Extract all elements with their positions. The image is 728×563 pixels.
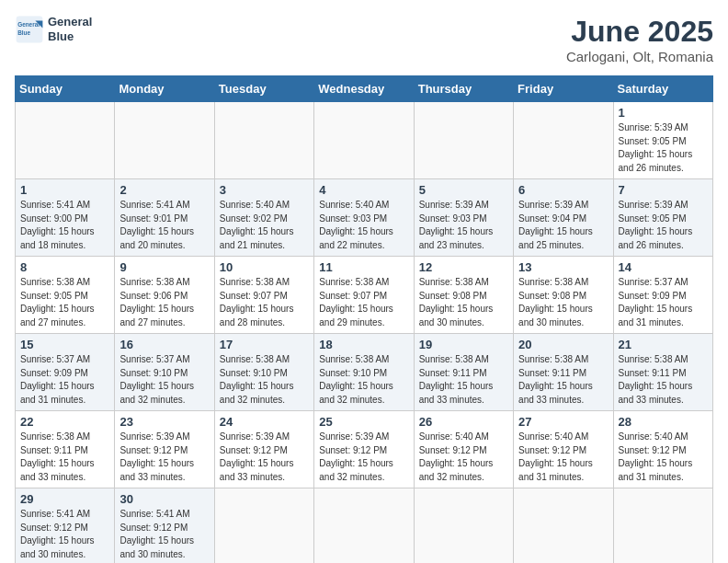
calendar-cell: 7Sunrise: 5:39 AM Sunset: 9:05 PM Daylig…	[613, 179, 712, 257]
day-detail: Sunrise: 5:38 AM Sunset: 9:07 PM Dayligh…	[319, 276, 408, 329]
calendar-cell: 14Sunrise: 5:37 AM Sunset: 9:09 PM Dayli…	[613, 257, 712, 334]
day-detail: Sunrise: 5:38 AM Sunset: 9:11 PM Dayligh…	[518, 353, 608, 407]
calendar-week-6: 29Sunrise: 5:41 AM Sunset: 9:12 PM Dayli…	[16, 488, 713, 564]
day-detail: Sunrise: 5:38 AM Sunset: 9:11 PM Dayligh…	[20, 431, 109, 484]
calendar-cell	[314, 102, 414, 179]
calendar-cell: 26Sunrise: 5:40 AM Sunset: 9:12 PM Dayli…	[414, 411, 513, 488]
calendar-cell: 24Sunrise: 5:39 AM Sunset: 9:12 PM Dayli…	[214, 411, 313, 488]
calendar-cell: 16Sunrise: 5:37 AM Sunset: 9:10 PM Dayli…	[115, 334, 214, 411]
day-detail: Sunrise: 5:39 AM Sunset: 9:05 PM Dayligh…	[619, 121, 708, 175]
calendar-cell: 27Sunrise: 5:40 AM Sunset: 9:12 PM Dayli…	[514, 411, 613, 488]
header-row: SundayMondayTuesdayWednesdayThursdayFrid…	[16, 76, 713, 102]
svg-text:General: General	[17, 21, 40, 28]
calendar-cell	[314, 488, 414, 564]
calendar-week-1: 1Sunrise: 5:39 AM Sunset: 9:05 PM Daylig…	[16, 102, 713, 179]
header-day-friday: Friday	[514, 76, 613, 102]
day-number: 18	[319, 338, 408, 351]
day-number: 4	[319, 183, 408, 197]
calendar-week-3: 8Sunrise: 5:38 AM Sunset: 9:05 PM Daylig…	[16, 257, 713, 334]
day-number: 30	[119, 492, 209, 506]
calendar-cell	[514, 488, 613, 564]
calendar-cell: 5Sunrise: 5:39 AM Sunset: 9:03 PM Daylig…	[414, 179, 513, 257]
header-day-sunday: Sunday	[16, 76, 115, 102]
day-number: 11	[319, 260, 408, 274]
header-day-monday: Monday	[115, 76, 214, 102]
calendar-cell: 12Sunrise: 5:38 AM Sunset: 9:08 PM Dayli…	[414, 257, 513, 334]
day-number: 23	[119, 415, 209, 429]
calendar-cell	[214, 488, 313, 564]
calendar-cell: 10Sunrise: 5:38 AM Sunset: 9:07 PM Dayli…	[214, 257, 313, 334]
calendar-cell: 2Sunrise: 5:41 AM Sunset: 9:01 PM Daylig…	[115, 179, 214, 257]
day-detail: Sunrise: 5:37 AM Sunset: 9:09 PM Dayligh…	[20, 353, 109, 407]
calendar-title: June 2025	[566, 15, 713, 49]
day-number: 21	[619, 338, 708, 351]
page-header: General Blue General Blue June 2025 Carl…	[15, 15, 713, 64]
day-number: 10	[220, 260, 309, 274]
day-detail: Sunrise: 5:40 AM Sunset: 9:12 PM Dayligh…	[619, 431, 708, 484]
day-number: 28	[619, 415, 708, 429]
day-detail: Sunrise: 5:39 AM Sunset: 9:03 PM Dayligh…	[419, 199, 508, 252]
calendar-subtitle: Carlogani, Olt, Romania	[566, 49, 713, 64]
calendar-cell: 21Sunrise: 5:38 AM Sunset: 9:11 PM Dayli…	[613, 334, 712, 411]
day-detail: Sunrise: 5:40 AM Sunset: 9:02 PM Dayligh…	[220, 199, 309, 252]
calendar-cell: 19Sunrise: 5:38 AM Sunset: 9:11 PM Dayli…	[414, 334, 513, 411]
calendar-cell: 30Sunrise: 5:41 AM Sunset: 9:12 PM Dayli…	[115, 488, 214, 564]
day-detail: Sunrise: 5:37 AM Sunset: 9:10 PM Dayligh…	[119, 353, 209, 407]
calendar-cell	[514, 102, 613, 179]
calendar-week-2: 1Sunrise: 5:41 AM Sunset: 9:00 PM Daylig…	[16, 179, 713, 257]
day-number: 8	[20, 260, 109, 274]
logo: General Blue General Blue	[15, 15, 92, 44]
day-number: 17	[220, 338, 309, 351]
svg-text:Blue: Blue	[17, 29, 30, 36]
day-detail: Sunrise: 5:39 AM Sunset: 9:05 PM Dayligh…	[619, 199, 708, 252]
day-number: 24	[220, 415, 309, 429]
calendar-cell: 8Sunrise: 5:38 AM Sunset: 9:05 PM Daylig…	[16, 257, 115, 334]
day-number: 2	[119, 183, 209, 197]
calendar-cell: 23Sunrise: 5:39 AM Sunset: 9:12 PM Dayli…	[115, 411, 214, 488]
day-detail: Sunrise: 5:41 AM Sunset: 9:12 PM Dayligh…	[20, 508, 109, 561]
calendar-cell: 25Sunrise: 5:39 AM Sunset: 9:12 PM Dayli…	[314, 411, 414, 488]
day-number: 27	[518, 415, 608, 429]
day-number: 13	[518, 260, 608, 274]
day-number: 1	[619, 106, 708, 120]
calendar-cell: 15Sunrise: 5:37 AM Sunset: 9:09 PM Dayli…	[16, 334, 115, 411]
day-detail: Sunrise: 5:41 AM Sunset: 9:12 PM Dayligh…	[119, 508, 209, 561]
header-day-tuesday: Tuesday	[214, 76, 313, 102]
calendar-week-4: 15Sunrise: 5:37 AM Sunset: 9:09 PM Dayli…	[16, 334, 713, 411]
day-number: 14	[619, 260, 708, 274]
calendar-cell: 18Sunrise: 5:38 AM Sunset: 9:10 PM Dayli…	[314, 334, 414, 411]
day-detail: Sunrise: 5:38 AM Sunset: 9:06 PM Dayligh…	[119, 276, 209, 329]
day-number: 16	[119, 338, 209, 351]
day-number: 12	[419, 260, 508, 274]
day-number: 19	[419, 338, 508, 351]
day-number: 26	[419, 415, 508, 429]
calendar-cell: 6Sunrise: 5:39 AM Sunset: 9:04 PM Daylig…	[514, 179, 613, 257]
day-detail: Sunrise: 5:39 AM Sunset: 9:04 PM Dayligh…	[518, 199, 608, 252]
day-detail: Sunrise: 5:41 AM Sunset: 9:00 PM Dayligh…	[20, 199, 109, 252]
day-detail: Sunrise: 5:39 AM Sunset: 9:12 PM Dayligh…	[319, 431, 408, 484]
day-detail: Sunrise: 5:38 AM Sunset: 9:11 PM Dayligh…	[419, 353, 508, 407]
header-day-thursday: Thursday	[414, 76, 513, 102]
calendar-cell: 1Sunrise: 5:39 AM Sunset: 9:05 PM Daylig…	[613, 102, 712, 179]
calendar-cell: 4Sunrise: 5:40 AM Sunset: 9:03 PM Daylig…	[314, 179, 414, 257]
calendar-cell: 20Sunrise: 5:38 AM Sunset: 9:11 PM Dayli…	[514, 334, 613, 411]
calendar-cell: 3Sunrise: 5:40 AM Sunset: 9:02 PM Daylig…	[214, 179, 313, 257]
day-number: 7	[619, 183, 708, 197]
day-detail: Sunrise: 5:40 AM Sunset: 9:12 PM Dayligh…	[518, 431, 608, 484]
calendar-cell	[414, 102, 513, 179]
calendar-cell	[414, 488, 513, 564]
logo-icon: General Blue	[15, 15, 44, 44]
calendar-table: SundayMondayTuesdayWednesdayThursdayFrid…	[15, 75, 713, 563]
day-detail: Sunrise: 5:39 AM Sunset: 9:12 PM Dayligh…	[220, 431, 309, 484]
calendar-cell: 9Sunrise: 5:38 AM Sunset: 9:06 PM Daylig…	[115, 257, 214, 334]
day-detail: Sunrise: 5:38 AM Sunset: 9:11 PM Dayligh…	[619, 353, 708, 407]
calendar-cell	[613, 488, 712, 564]
calendar-cell: 29Sunrise: 5:41 AM Sunset: 9:12 PM Dayli…	[16, 488, 115, 564]
day-number: 1	[20, 183, 109, 197]
day-detail: Sunrise: 5:38 AM Sunset: 9:08 PM Dayligh…	[419, 276, 508, 329]
day-number: 15	[20, 338, 109, 351]
title-block: June 2025 Carlogani, Olt, Romania	[566, 15, 713, 64]
day-number: 3	[220, 183, 309, 197]
day-detail: Sunrise: 5:38 AM Sunset: 9:10 PM Dayligh…	[319, 353, 408, 407]
calendar-week-5: 22Sunrise: 5:38 AM Sunset: 9:11 PM Dayli…	[16, 411, 713, 488]
